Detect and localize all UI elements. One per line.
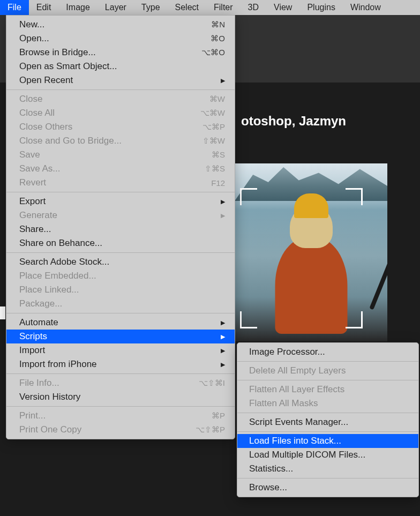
figure-body	[275, 237, 347, 334]
menu-item-label: Automate	[19, 317, 58, 328]
scripts_submenu-item-flatten-all-layer-effects: Flatten All Layer Effects	[237, 383, 418, 397]
menu-item-label: New...	[19, 19, 44, 30]
scripts_submenu-item-load-files-into-stack[interactable]: Load Files into Stack...	[237, 434, 418, 448]
menu-item-label: Open...	[19, 33, 49, 44]
file_menu-item-scripts[interactable]: Scripts▶	[6, 330, 235, 343]
scripts_submenu-item-image-processor[interactable]: Image Processor...	[237, 345, 418, 359]
submenu-arrow-icon: ▶	[221, 77, 225, 84]
scripts_submenu-item-delete-all-empty-layers: Delete All Empty Layers	[237, 364, 418, 378]
menubar-item-3d[interactable]: 3D	[241, 0, 266, 15]
menu-item-label: Print One Copy	[19, 424, 81, 435]
menu-item-label: Statistics...	[249, 463, 293, 474]
menu-item-shortcut: ⇧⌘W	[202, 136, 225, 146]
menu-item-label: Browse...	[249, 482, 287, 493]
menubar-item-layer[interactable]: Layer	[98, 0, 134, 15]
menubar-item-type[interactable]: Type	[134, 0, 168, 15]
menu-item-label: Print...	[19, 410, 46, 421]
sample-image[interactable]	[235, 163, 387, 341]
menu-item-label: Version History	[19, 392, 80, 402]
file_menu-item-open-recent[interactable]: Open Recent▶	[6, 73, 235, 87]
menubar-item-window[interactable]: Window	[343, 0, 388, 15]
menu-item-label: Revert	[19, 177, 46, 188]
submenu-arrow-icon: ▶	[221, 319, 225, 326]
menu-item-label: Scripts	[19, 331, 47, 342]
menu-item-shortcut: ⌘O	[211, 34, 225, 43]
menu-item-label: Close All	[19, 108, 55, 118]
menubar-item-image[interactable]: Image	[58, 0, 97, 15]
submenu-arrow-icon: ▶	[221, 212, 225, 219]
menu-item-shortcut: F12	[211, 178, 225, 188]
menu-item-label: Open as Smart Object...	[19, 61, 117, 72]
side-panel-tab[interactable]	[0, 306, 5, 319]
file_menu-item-open[interactable]: Open...⌘O	[6, 32, 235, 46]
menubar-item-edit[interactable]: Edit	[29, 0, 59, 15]
file_menu-item-browse-in-bridge[interactable]: Browse in Bridge...⌥⌘O	[6, 46, 235, 59]
menu-item-label: Place Embedded...	[19, 271, 96, 281]
menu-item-shortcut: ⇧⌘S	[205, 164, 225, 174]
menu-item-shortcut: ⌥⇧⌘I	[199, 378, 225, 388]
file_menu-item-import-from-iphone[interactable]: Import from iPhone▶	[6, 357, 235, 371]
file_menu-item-import[interactable]: Import▶	[6, 343, 235, 357]
menu-item-label: Open Recent	[19, 75, 73, 86]
menu-item-label: File Info...	[19, 378, 59, 388]
file_menu-item-open-as-smart-object[interactable]: Open as Smart Object...	[6, 59, 235, 73]
menubar-item-select[interactable]: Select	[168, 0, 206, 15]
paddle	[369, 229, 387, 310]
submenu-arrow-icon: ▶	[221, 198, 225, 205]
menu-item-label: Image Processor...	[249, 347, 325, 357]
file_menu-item-revert: RevertF12	[6, 176, 235, 190]
file_menu-item-share[interactable]: Share...	[6, 222, 235, 236]
menu-item-shortcut: ⌘N	[211, 20, 225, 29]
file_menu-item-print-one-copy: Print One Copy⌥⇧⌘P	[6, 423, 235, 437]
menu-item-label: Share...	[19, 224, 51, 235]
file_menu-item-save-as: Save As...⇧⌘S	[6, 162, 235, 176]
menubar: FileEditImageLayerTypeSelectFilter3DView…	[0, 0, 420, 15]
menu-item-label: Share on Behance...	[19, 238, 102, 249]
file_menu-item-place-embedded: Place Embedded...	[6, 269, 235, 283]
scripts_submenu-item-statistics[interactable]: Statistics...	[237, 462, 418, 476]
menubar-item-filter[interactable]: Filter	[206, 0, 241, 15]
menu-item-shortcut: ⌥⇧⌘P	[196, 425, 225, 435]
menu-item-label: Load Multiple DICOM Files...	[249, 450, 365, 460]
file_menu-item-automate[interactable]: Automate▶	[6, 316, 235, 330]
menu-separator	[237, 478, 418, 478]
menu-item-label: Place Linked...	[19, 285, 79, 295]
menu-separator	[237, 413, 418, 413]
file_menu-item-export[interactable]: Export▶	[6, 195, 235, 208]
file_menu-item-close-and-go-to-bridge: Close and Go to Bridge...⇧⌘W	[6, 134, 235, 148]
file_menu-item-new[interactable]: New...⌘N	[6, 18, 235, 32]
menu-item-label: Flatten All Masks	[249, 398, 318, 409]
menu-item-shortcut: ⌘P	[212, 411, 225, 421]
menu-separator	[237, 431, 418, 432]
menubar-item-file[interactable]: File	[0, 0, 29, 15]
file_menu-item-search-adobe-stock[interactable]: Search Adobe Stock...	[6, 255, 235, 269]
menu-item-label: Close Others	[19, 122, 72, 132]
menu-item-label: Load Files into Stack...	[249, 436, 341, 446]
menu-item-label: Search Adobe Stock...	[19, 257, 109, 267]
scripts-submenu: Image Processor...Delete All Empty Layer…	[237, 342, 419, 497]
menu-separator	[237, 361, 418, 362]
welcome-text: otoshop, Jazmyn	[241, 114, 346, 129]
file_menu-item-package: Package...	[6, 297, 235, 311]
file_menu-item-close-others: Close Others⌥⌘P	[6, 120, 235, 134]
menu-item-label: Script Events Manager...	[249, 417, 348, 428]
menu-item-shortcut: ⌥⌘O	[201, 48, 225, 57]
file_menu-item-place-linked: Place Linked...	[6, 283, 235, 297]
file_menu-item-print: Print...⌘P	[6, 409, 235, 423]
menu-item-shortcut: ⌥⌘W	[200, 108, 225, 118]
menu-item-shortcut: ⌘W	[209, 94, 225, 104]
scripts_submenu-item-load-multiple-dicom-files[interactable]: Load Multiple DICOM Files...	[237, 448, 418, 462]
menu-item-shortcut: ⌥⌘P	[202, 122, 225, 132]
menu-item-label: Save	[19, 149, 40, 160]
menubar-item-plugins[interactable]: Plugins	[299, 0, 342, 15]
file_menu-item-generate: Generate▶	[6, 208, 235, 222]
file_menu-item-close-all: Close All⌥⌘W	[6, 106, 235, 120]
menubar-item-view[interactable]: View	[266, 0, 299, 15]
menu-item-label: Flatten All Layer Effects	[249, 384, 344, 395]
file_menu-item-share-on-behance[interactable]: Share on Behance...	[6, 236, 235, 250]
scripts_submenu-item-browse[interactable]: Browse...	[237, 481, 418, 495]
file_menu-item-version-history[interactable]: Version History	[6, 390, 235, 404]
scripts_submenu-item-script-events-manager[interactable]: Script Events Manager...	[237, 415, 418, 429]
menu-separator	[6, 406, 235, 407]
menu-item-label: Browse in Bridge...	[19, 47, 96, 58]
